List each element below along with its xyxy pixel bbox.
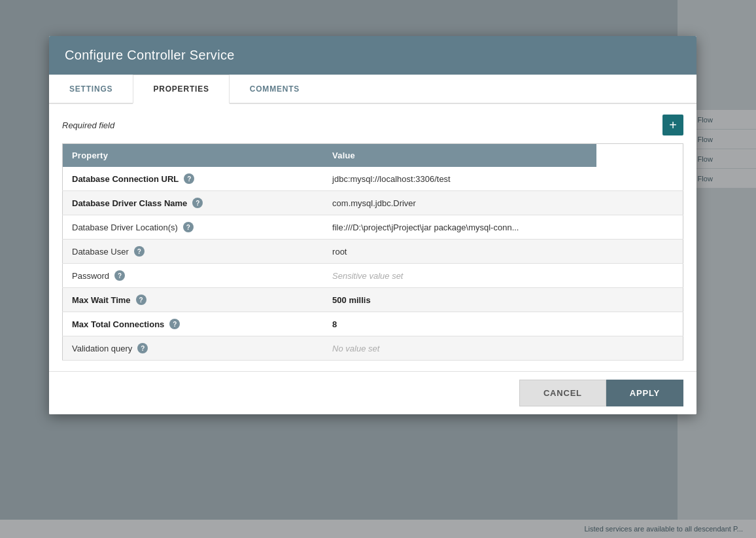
help-icon[interactable]: ? (134, 246, 145, 257)
help-icon[interactable]: ? (184, 173, 194, 184)
required-field-label: Required field (62, 120, 114, 130)
prop-name-cell: Database Connection URL? (63, 167, 324, 191)
prop-name-cell: Validation query? (63, 336, 324, 361)
configure-controller-service-dialog: Configure Controller Service SETTINGS PR… (49, 36, 696, 414)
dialog-header: Configure Controller Service (49, 36, 696, 75)
help-icon[interactable]: ? (169, 319, 180, 329)
help-icon[interactable]: ? (183, 222, 194, 232)
table-row[interactable]: Password?Sensitive value set (63, 264, 683, 288)
prop-value-cell[interactable]: 500 millis (323, 288, 596, 312)
help-icon[interactable]: ? (136, 295, 146, 305)
prop-name-text: Max Total Connections (72, 319, 164, 329)
help-icon[interactable]: ? (137, 343, 148, 353)
prop-name-text: Database Driver Class Name (72, 198, 187, 208)
prop-name-cell: Database Driver Location(s)? (63, 215, 324, 240)
dialog-tabs: SETTINGS PROPERTIES COMMENTS (49, 75, 696, 104)
prop-value-cell[interactable]: jdbc:mysql://localhost:3306/test (323, 167, 596, 191)
table-row[interactable]: Database Connection URL?jdbc:mysql://loc… (63, 167, 683, 191)
prop-value-cell[interactable]: com.mysql.jdbc.Driver (323, 191, 596, 215)
table-row[interactable]: Validation query?No value set (63, 336, 683, 361)
prop-actions-cell (596, 312, 683, 336)
dialog-title: Configure Controller Service (65, 48, 235, 62)
prop-actions-cell (596, 264, 683, 288)
prop-name-text: Database User (72, 247, 129, 257)
prop-name-cell: Max Wait Time? (63, 288, 324, 312)
prop-actions-cell (596, 191, 683, 215)
table-row[interactable]: Max Total Connections?8 (63, 312, 683, 336)
prop-actions-cell (596, 288, 683, 312)
prop-name-cell: Max Total Connections? (63, 312, 324, 336)
prop-value-cell[interactable]: root (323, 240, 596, 264)
prop-actions-cell (596, 240, 683, 264)
column-value: Value (323, 144, 596, 168)
prop-name-cell: Database User? (63, 240, 324, 264)
prop-value-cell[interactable]: No value set (323, 336, 596, 361)
table-header-row: Property Value (63, 144, 683, 168)
required-field-row: Required field + (62, 115, 683, 135)
column-property: Property (63, 144, 324, 168)
prop-name-text: Database Connection URL (72, 174, 179, 184)
prop-name-text: Password (72, 271, 109, 281)
prop-name-text: Validation query (72, 344, 132, 353)
prop-actions-cell (596, 167, 683, 191)
properties-table: Property Value Database Connection URL?j… (62, 143, 683, 361)
table-row[interactable]: Database Driver Class Name?com.mysql.jdb… (63, 191, 683, 215)
cancel-button[interactable]: CANCEL (519, 380, 606, 406)
tab-properties[interactable]: PROPERTIES (133, 75, 229, 104)
table-row[interactable]: Database User?root (63, 240, 683, 264)
prop-actions-cell (596, 336, 683, 361)
tab-comments[interactable]: COMMENTS (230, 75, 320, 103)
tab-settings[interactable]: SETTINGS (49, 75, 133, 103)
dialog-content: Required field + Property Value Database… (49, 104, 696, 371)
table-row[interactable]: Max Wait Time?500 millis (63, 288, 683, 312)
prop-name-text: Max Wait Time (72, 295, 131, 305)
help-icon[interactable]: ? (114, 270, 125, 281)
prop-actions-cell (596, 215, 683, 240)
prop-value-cell[interactable]: file:///D:\project\jProject\jar package\… (323, 215, 596, 240)
prop-name-text: Database Driver Location(s) (72, 223, 178, 232)
dialog-footer: CANCEL APPLY (49, 371, 696, 414)
help-icon[interactable]: ? (192, 198, 203, 208)
table-row[interactable]: Database Driver Location(s)?file:///D:\p… (63, 215, 683, 240)
prop-name-cell: Password? (63, 264, 324, 288)
apply-button[interactable]: APPLY (606, 380, 683, 406)
prop-value-cell[interactable]: 8 (323, 312, 596, 336)
prop-value-cell[interactable]: Sensitive value set (323, 264, 596, 288)
prop-name-cell: Database Driver Class Name? (63, 191, 324, 215)
add-property-button[interactable]: + (662, 115, 683, 135)
